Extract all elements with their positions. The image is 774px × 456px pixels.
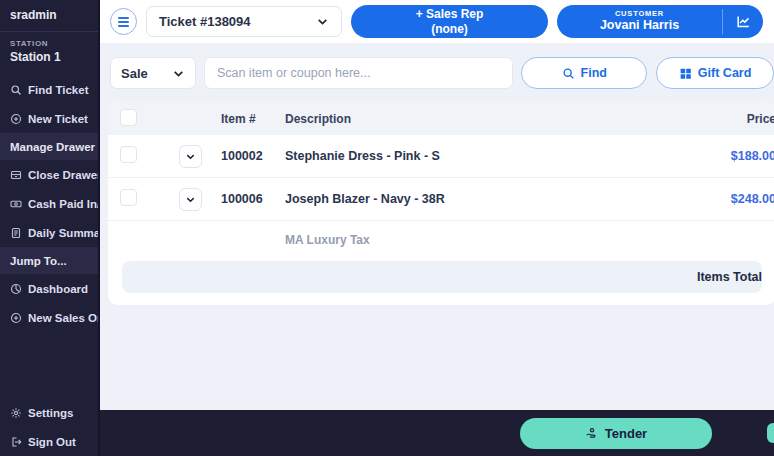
menu-button[interactable] — [110, 8, 137, 35]
customer-name: Jovani Harris — [600, 18, 679, 34]
column-header-price: Price — [666, 112, 774, 126]
sidebar-item-find-ticket[interactable]: Find Ticket — [0, 75, 98, 104]
drawer-icon — [10, 169, 22, 181]
item-entry-toolbar: Sale Find Gift Card — [100, 57, 774, 89]
sidebar-item-close-drawer[interactable]: Close Drawer — [0, 160, 98, 189]
sidebar-item-new-sales-order[interactable]: New Sales Order — [0, 303, 98, 332]
table-header: Item # Description Price — [108, 102, 774, 135]
station-label: STATION — [10, 39, 88, 48]
gift-card-button[interactable]: Gift Card — [656, 57, 774, 89]
grid-squares-icon — [679, 67, 692, 80]
sidebar-section-jump-to: Jump To... — [0, 247, 98, 274]
chevron-down-icon — [185, 194, 196, 205]
sidebar-item-label: Cash Paid In/Out — [28, 198, 100, 210]
sidebar-item-cash-paid[interactable]: Cash Paid In/Out — [0, 189, 98, 218]
sidebar-item-label: Dashboard — [28, 283, 88, 295]
search-icon — [562, 67, 575, 80]
plus-circle-icon — [10, 113, 22, 125]
sales-rep-line1: + Sales Rep — [416, 7, 484, 21]
transaction-mode-select[interactable]: Sale — [110, 57, 196, 89]
sidebar-item-label: New Ticket — [28, 113, 88, 125]
sidebar-item-new-ticket[interactable]: New Ticket — [0, 104, 98, 133]
find-button[interactable]: Find — [521, 57, 647, 89]
tender-button[interactable]: Tender — [520, 418, 712, 449]
tax-row: MA Luxury Tax — [108, 221, 774, 259]
transaction-mode-value: Sale — [121, 66, 148, 81]
items-total-label: Items Total — [697, 270, 762, 284]
item-price: $188.00 — [666, 149, 774, 163]
select-all-checkbox[interactable] — [120, 109, 137, 126]
sidebar-section-manage-drawer: Manage Drawer — [0, 133, 98, 160]
find-button-label: Find — [581, 66, 607, 80]
sidebar-item-label: Daily Summary — [28, 227, 100, 239]
item-description: Joseph Blazer - Navy - 38R — [283, 192, 666, 206]
scan-input[interactable] — [204, 57, 514, 89]
pie-chart-icon — [10, 283, 22, 295]
hand-coin-icon — [585, 427, 598, 440]
customer-info: CUSTOMER Jovani Harris — [557, 5, 722, 38]
column-header-description: Description — [283, 112, 666, 126]
line-chart-icon — [736, 14, 751, 29]
tax-label: MA Luxury Tax — [283, 233, 774, 247]
plus-circle-icon — [10, 312, 22, 324]
footer-bar: Tender — [100, 410, 774, 456]
item-description: Stephanie Dress - Pink - S — [283, 149, 666, 163]
gear-icon — [10, 407, 22, 419]
sidebar-station: STATION Station 1 — [0, 32, 98, 75]
cutoff-button-edge — [767, 423, 774, 443]
column-header-item: Item # — [213, 112, 283, 126]
cash-icon — [10, 198, 22, 210]
customer-button[interactable]: CUSTOMER Jovani Harris — [557, 5, 763, 38]
customer-stats-button[interactable] — [723, 5, 763, 38]
sidebar-item-label: Close Drawer — [28, 169, 100, 181]
document-icon — [10, 227, 22, 239]
sidebar-username: sradmin — [0, 0, 98, 32]
sidebar-item-dashboard[interactable]: Dashboard — [0, 274, 98, 303]
row-expander-button[interactable] — [179, 188, 202, 211]
customer-label: CUSTOMER — [615, 9, 664, 18]
item-number: 100002 — [213, 149, 283, 163]
main-area: Ticket #138094 + Sales Rep (none) CUSTOM… — [100, 0, 774, 456]
row-expander-button[interactable] — [179, 145, 202, 168]
sidebar-item-settings[interactable]: Settings — [0, 398, 98, 427]
items-total-row: Items Total — [122, 261, 762, 293]
table-row: 100006 Joseph Blazer - Navy - 38R $248.0… — [108, 178, 774, 221]
sidebar-item-label: Sign Out — [28, 436, 76, 448]
pos-app: sradmin STATION Station 1 Find Ticket Ne… — [0, 0, 774, 456]
row-checkbox[interactable] — [120, 146, 137, 163]
item-number: 100006 — [213, 192, 283, 206]
hamburger-icon — [118, 17, 129, 19]
sidebar-item-label: Find Ticket — [28, 84, 89, 96]
sidebar-item-label: New Sales Order — [28, 312, 100, 324]
top-bar: Ticket #138094 + Sales Rep (none) CUSTOM… — [100, 0, 774, 43]
chevron-down-icon — [316, 15, 329, 28]
tender-button-label: Tender — [605, 426, 647, 441]
sign-out-icon — [10, 436, 22, 448]
chevron-down-icon — [172, 67, 185, 80]
table-row: 100002 Stephanie Dress - Pink - S $188.0… — [108, 135, 774, 178]
chevron-down-icon — [185, 151, 196, 162]
sidebar-item-sign-out[interactable]: Sign Out — [0, 427, 98, 456]
search-icon — [10, 84, 22, 96]
sidebar-item-daily-summary[interactable]: Daily Summary — [0, 218, 98, 247]
sidebar-item-label: Settings — [28, 407, 73, 419]
ticket-selector[interactable]: Ticket #138094 — [146, 6, 342, 37]
gift-card-button-label: Gift Card — [698, 66, 751, 80]
ticket-items-card: Item # Description Price 100002 Stephani… — [108, 102, 774, 305]
row-checkbox[interactable] — [120, 189, 137, 206]
sales-rep-line2: (none) — [431, 22, 468, 36]
add-sales-rep-button[interactable]: + Sales Rep (none) — [351, 5, 548, 38]
sidebar: sradmin STATION Station 1 Find Ticket Ne… — [0, 0, 100, 456]
station-name: Station 1 — [10, 50, 88, 64]
item-price: $248.00 — [666, 192, 774, 206]
ticket-selector-value: Ticket #138094 — [159, 14, 251, 29]
